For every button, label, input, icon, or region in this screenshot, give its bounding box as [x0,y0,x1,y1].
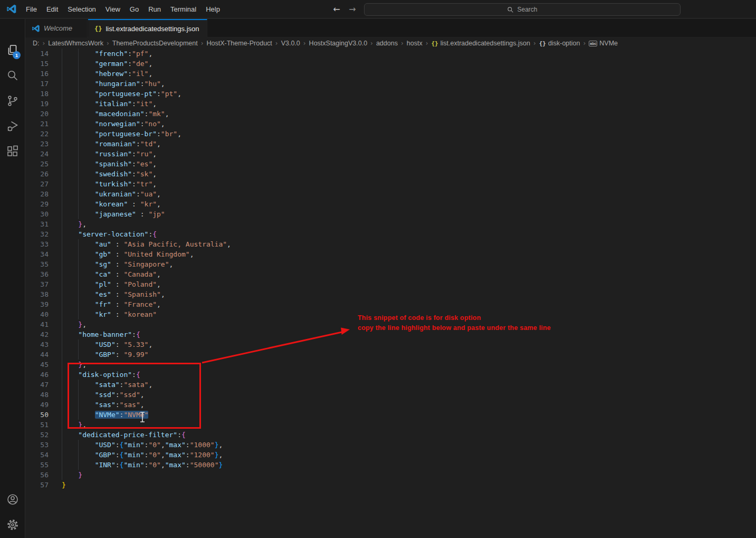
code-editor[interactable]: 14 "french":"pf",15 "german":"de",16 "he… [25,49,756,538]
code-line[interactable]: 24 "russian":"ru", [25,149,756,159]
line-number: 28 [25,189,49,199]
code-line[interactable]: 35 "sg" : "Singapore", [25,259,756,269]
breadcrumb-item[interactable]: HostxStagingV3.0.0 [309,40,368,47]
code-text: "GBP":{"min":"0","max":"1200"}, [62,450,223,460]
menu-selection[interactable]: Selection [63,3,100,15]
code-line[interactable]: 33 "au" : "Asia Pacific, Australia", [25,239,756,249]
menu-terminal[interactable]: Terminal [166,3,201,15]
menu-run[interactable]: Run [143,3,166,15]
code-line[interactable]: 57} [25,480,756,490]
code-line[interactable]: 38 "es" : "Spanish", [25,289,756,299]
forward-arrow-icon[interactable]: → [347,4,358,14]
code-line[interactable]: 19 "italian":"it", [25,99,756,109]
code-line[interactable]: 16 "hebrew":"il", [25,69,756,79]
code-line[interactable]: 40 "kr" : "korean" [25,309,756,319]
code-line[interactable]: 30 "japanese" : "jp" [25,209,756,219]
line-number: 25 [25,159,49,169]
line-number: 30 [25,209,49,219]
code-line[interactable]: 17 "hungarian":"hu", [25,79,756,89]
code-text: "disk-option":{ [62,370,140,380]
line-number: 46 [25,370,49,380]
code-line[interactable]: 23 "romanian":"td", [25,139,756,149]
code-text: "ukranian":"ua", [62,189,161,199]
menu-edit[interactable]: Edit [42,3,63,15]
code-line[interactable]: 46 "disk-option":{ [25,370,756,380]
code-text: "ssd":"ssd", [62,390,145,400]
breadcrumb-item[interactable]: abcNVMe [589,40,618,47]
breadcrumb-item[interactable]: LatestWhmcsWork [48,40,103,47]
vscode-logo-icon [32,24,40,33]
code-line[interactable]: 44 "GBP": "9.99" [25,350,756,360]
extensions-icon[interactable] [6,145,19,158]
code-line[interactable]: 41 }, [25,319,756,329]
code-line[interactable]: 56 } [25,470,756,480]
line-number: 16 [25,69,49,79]
code-line[interactable]: 53 "USD":{"min":"0","max":"1000"}, [25,440,756,450]
source-control-icon[interactable] [6,95,19,107]
code-line[interactable]: 52 "dedicated-price-filter":{ [25,430,756,440]
breadcrumb-item[interactable]: ThemeProductsDevelopment [112,40,198,47]
breadcrumb-item[interactable]: {}list.extradedicatedsettings.json [431,40,530,47]
code-line[interactable]: 45 }, [25,360,756,370]
breadcrumb-label: addons [376,40,398,47]
code-line[interactable]: 47 "sata":"sata", [25,380,756,390]
code-line[interactable]: 26 "swedish":"sk", [25,169,756,179]
code-line[interactable]: 20 "macedonian":"mk", [25,109,756,119]
code-text: "sg" : "Singapore", [62,259,173,269]
line-number: 40 [25,309,49,319]
code-line[interactable]: 31 }, [25,219,756,229]
account-icon[interactable] [6,493,19,506]
menu-go[interactable]: Go [125,3,143,15]
code-line[interactable]: 18 "portuguese-pt":"pt", [25,89,756,99]
code-line[interactable]: 37 "pl" : "Poland", [25,279,756,289]
menu-view[interactable]: View [101,3,125,15]
code-line[interactable]: 14 "french":"pf", [25,49,756,59]
settings-gear-icon[interactable] [6,518,19,531]
code-line[interactable]: 50 "NVMe":"NVMe" [25,410,756,420]
code-line[interactable]: 54 "GBP":{"min":"0","max":"1200"}, [25,450,756,460]
code-line[interactable]: 34 "gb" : "United Kingdom", [25,249,756,259]
tab-json-file[interactable]: {} list.extradedicatedsettings.json [88,19,207,37]
breadcrumb-item[interactable]: hostx [407,40,423,47]
line-number: 18 [25,89,49,99]
vscode-logo-icon [6,4,17,14]
line-number: 56 [25,470,49,480]
code-line[interactable]: 51 }, [25,420,756,430]
menu-file[interactable]: File [21,3,42,15]
search-sidebar-icon[interactable] [6,69,19,82]
code-line[interactable]: 22 "portuguese-br":"br", [25,129,756,139]
code-text: }, [62,420,87,430]
breadcrumb-item[interactable]: {}disk-option [539,40,580,47]
code-line[interactable]: 28 "ukranian":"ua", [25,189,756,199]
menu-help[interactable]: Help [201,3,225,15]
tab-bar: Welcome {} list.extradedicatedsettings.j… [25,19,756,37]
code-line[interactable]: 43 "USD": "5.33", [25,339,756,350]
line-number: 41 [25,319,49,329]
code-line[interactable]: 29 "korean" : "kr", [25,199,756,209]
code-line[interactable]: 15 "german":"de", [25,59,756,69]
code-line[interactable]: 48 "ssd":"ssd", [25,390,756,400]
code-line[interactable]: 21 "norwegian":"no", [25,119,756,129]
tab-welcome[interactable]: Welcome [25,19,88,37]
breadcrumb-separator: › [43,40,45,47]
breadcrumb-item[interactable]: HostX-Theme-Product [206,40,272,47]
json-file-icon: {} [94,25,102,33]
command-center-search[interactable]: Search [364,3,681,16]
run-debug-icon[interactable] [6,120,19,133]
code-text: "portuguese-pt":"pt", [62,89,181,99]
code-line[interactable]: 36 "ca" : "Canada", [25,269,756,279]
code-line[interactable]: 49 "sas":"sas", [25,400,756,410]
code-line[interactable]: 42 "home-banner":{ [25,329,756,339]
code-line[interactable]: 27 "turkish":"tr", [25,179,756,189]
code-line[interactable]: 32 "server-location":{ [25,229,756,239]
code-line[interactable]: 25 "spanish":"es", [25,159,756,169]
breadcrumb-item[interactable]: addons [376,40,398,47]
code-line[interactable]: 55 "INR":{"min":"0","max":"50000"} [25,460,756,470]
breadcrumb-item[interactable]: V3.0.0 [281,40,300,47]
code-line[interactable]: 39 "fr" : "France", [25,299,756,309]
line-number: 45 [25,360,49,370]
back-arrow-icon[interactable]: ← [331,4,342,14]
breadcrumb-item[interactable]: D: [33,40,40,47]
breadcrumb-separator: › [303,40,306,47]
line-number: 29 [25,199,49,209]
